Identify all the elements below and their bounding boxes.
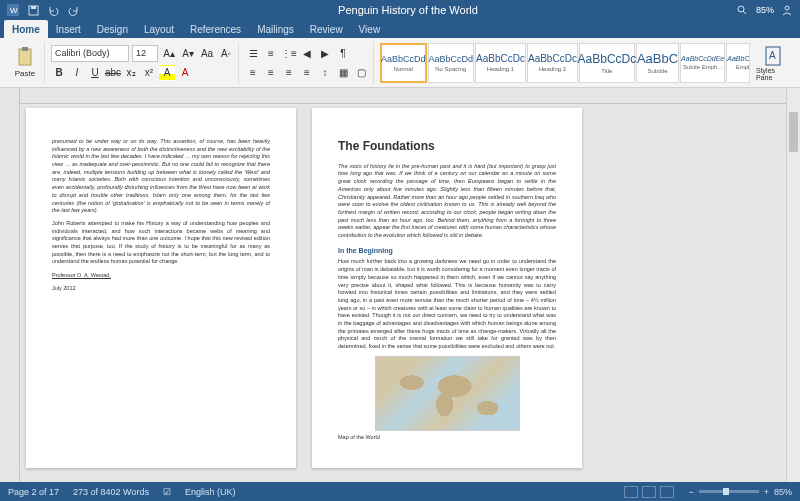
tab-insert[interactable]: Insert xyxy=(48,20,89,38)
strikethrough-button[interactable]: abc xyxy=(105,65,121,81)
bold-button[interactable]: B xyxy=(51,65,67,81)
shading-button[interactable]: ▦ xyxy=(335,64,351,80)
status-language[interactable]: English (UK) xyxy=(185,487,236,497)
styles-gallery: AaBbCcDdNormal AaBbCcDdNo Spacing AaBbCc… xyxy=(376,42,750,84)
style-subtle-emphasis[interactable]: AaBbCcDdEeSubtle Emph... xyxy=(680,43,725,83)
page-left-para1: presumed to be under way or on its way. … xyxy=(52,138,270,215)
zoom-control: − + 85% xyxy=(688,487,792,497)
borders-button[interactable]: ▢ xyxy=(353,64,369,80)
highlight-button[interactable]: A xyxy=(159,65,175,81)
zoom-in-button[interactable]: + xyxy=(764,487,769,497)
increase-font-icon[interactable]: A▴ xyxy=(161,45,177,61)
style-no-spacing[interactable]: AaBbCcDdNo Spacing xyxy=(428,43,475,83)
styles-pane-button[interactable]: A Styles Pane xyxy=(756,45,790,81)
title-bar: W Penguin History of the World 85% xyxy=(0,0,800,20)
status-page-info[interactable]: Page 2 of 17 xyxy=(8,487,59,497)
tab-layout[interactable]: Layout xyxy=(136,20,182,38)
show-hide-button[interactable]: ¶ xyxy=(335,45,351,61)
svg-rect-3 xyxy=(31,6,36,9)
zoom-slider[interactable] xyxy=(699,490,759,493)
clear-formatting-icon[interactable]: A◦ xyxy=(218,45,234,61)
numbering-button[interactable]: ≡ xyxy=(263,45,279,61)
tab-view[interactable]: View xyxy=(351,20,389,38)
search-icon[interactable] xyxy=(736,3,750,17)
page-right[interactable]: The Foundations The roots of history lie… xyxy=(312,108,582,468)
ribbon: Paste Calibri (Body) 12 A▴ A▾ Aa A◦ B I … xyxy=(0,38,800,88)
paste-label: Paste xyxy=(15,69,35,78)
print-layout-button[interactable] xyxy=(642,486,656,498)
menu-bar: Home Insert Design Layout References Mai… xyxy=(0,20,800,38)
style-heading-1[interactable]: AaBbCcDcHeading 1 xyxy=(475,43,526,83)
status-bar: Page 2 of 17 273 of 8402 Words ☑ English… xyxy=(0,482,800,501)
align-right-button[interactable]: ≡ xyxy=(281,64,297,80)
align-left-button[interactable]: ≡ xyxy=(245,64,261,80)
redo-icon[interactable] xyxy=(66,3,80,17)
font-size-select[interactable]: 12 xyxy=(132,45,158,62)
signature-name: Professor O. A. Westad, xyxy=(52,272,270,280)
tab-references[interactable]: References xyxy=(182,20,249,38)
map-caption: Map of the World xyxy=(338,434,556,442)
style-emphasis[interactable]: AaBbCcDdEeEmphasis xyxy=(726,43,750,83)
tab-home[interactable]: Home xyxy=(4,20,48,38)
vertical-scrollbar[interactable] xyxy=(786,88,800,482)
svg-line-5 xyxy=(743,11,746,14)
style-heading-2[interactable]: AaBbCcDcHeading 2 xyxy=(527,43,578,83)
style-title[interactable]: AaBbCcDcTitle xyxy=(579,43,635,83)
font-color-button[interactable]: A xyxy=(177,65,193,81)
change-case-icon[interactable]: Aa xyxy=(199,45,215,61)
status-word-count[interactable]: 273 of 8402 Words xyxy=(73,487,149,497)
scrollbar-thumb[interactable] xyxy=(789,112,798,152)
superscript-button[interactable]: x² xyxy=(141,65,157,81)
subscript-button[interactable]: x₂ xyxy=(123,65,139,81)
multilevel-list-button[interactable]: ⋮≡ xyxy=(281,45,297,61)
decrease-font-icon[interactable]: A▾ xyxy=(180,45,196,61)
view-mode-buttons xyxy=(624,486,674,498)
svg-rect-7 xyxy=(19,49,31,65)
section-heading: In the Beginning xyxy=(338,246,556,256)
page-left-para2: John Roberts attempted to make his Histo… xyxy=(52,220,270,266)
underline-button[interactable]: U xyxy=(87,65,103,81)
page-right-lead: The roots of history lie in the pre-huma… xyxy=(338,163,556,240)
style-subtitle[interactable]: AaBbCSubtitle xyxy=(636,43,679,83)
paste-button[interactable]: Paste xyxy=(10,43,40,83)
italic-button[interactable]: I xyxy=(69,65,85,81)
decrease-indent-button[interactable]: ◀ xyxy=(299,45,315,61)
svg-text:W: W xyxy=(10,6,18,15)
horizontal-ruler xyxy=(20,88,786,104)
svg-text:A: A xyxy=(769,50,776,61)
line-spacing-button[interactable]: ↕ xyxy=(317,64,333,80)
bullets-button[interactable]: ☰ xyxy=(245,45,261,61)
web-layout-button[interactable] xyxy=(660,486,674,498)
world-map-image xyxy=(375,356,520,431)
document-title: Penguin History of the World xyxy=(80,4,736,16)
svg-rect-8 xyxy=(22,47,28,51)
tab-review[interactable]: Review xyxy=(302,20,351,38)
spellcheck-icon[interactable]: ☑ xyxy=(163,487,171,497)
undo-icon[interactable] xyxy=(46,3,60,17)
font-name-select[interactable]: Calibri (Body) xyxy=(51,45,129,62)
tab-design[interactable]: Design xyxy=(89,20,136,38)
align-center-button[interactable]: ≡ xyxy=(263,64,279,80)
signature-date: July 2012 xyxy=(52,285,270,293)
vertical-ruler xyxy=(0,88,20,482)
titlebar-zoom-indicator: 85% xyxy=(756,5,774,15)
zoom-percent[interactable]: 85% xyxy=(774,487,792,497)
page-right-body: How much further back into a growing dar… xyxy=(338,258,556,350)
word-app-icon: W xyxy=(6,3,20,17)
read-mode-button[interactable] xyxy=(624,486,638,498)
save-icon[interactable] xyxy=(26,3,40,17)
justify-button[interactable]: ≡ xyxy=(299,64,315,80)
svg-point-6 xyxy=(785,6,789,10)
zoom-out-button[interactable]: − xyxy=(688,487,693,497)
increase-indent-button[interactable]: ▶ xyxy=(317,45,333,61)
tab-mailings[interactable]: Mailings xyxy=(249,20,302,38)
chapter-title: The Foundations xyxy=(338,138,556,155)
page-left[interactable]: presumed to be under way or on its way. … xyxy=(26,108,296,468)
document-workspace: presumed to be under way or on its way. … xyxy=(0,88,800,482)
user-icon[interactable] xyxy=(780,3,794,17)
style-normal[interactable]: AaBbCcDdNormal xyxy=(380,43,427,83)
